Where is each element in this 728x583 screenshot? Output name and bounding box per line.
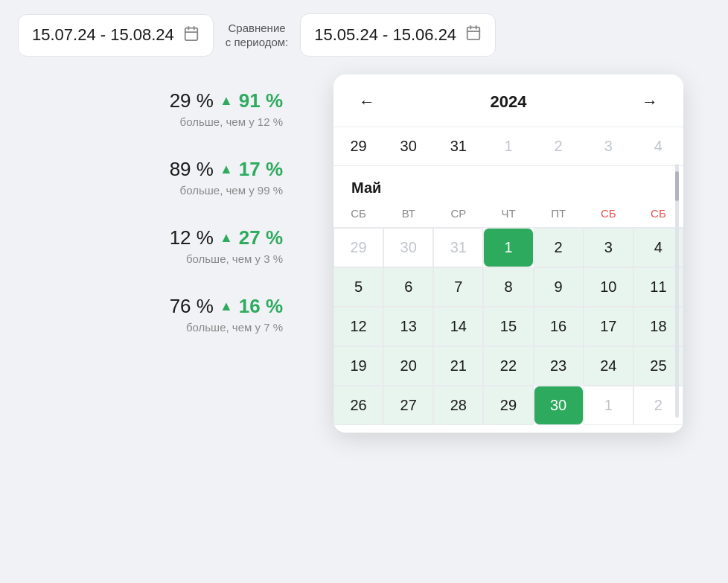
stat-item-1: 89 % ▲ 17 % больше, чем у 99 % (30, 158, 283, 197)
calendar-day[interactable]: 10 (584, 267, 633, 307)
calendar-day[interactable]: 3 (584, 228, 633, 267)
calendar-day[interactable]: 23 (534, 346, 584, 386)
stat-desc-3: больше, чем у 7 % (30, 321, 283, 334)
top-bar: 15.07.24 - 15.08.24 Сравнение с периодом… (0, 0, 728, 70)
week-header-cell: ЧТ (483, 203, 533, 224)
month-label: Май (333, 166, 683, 203)
calendar-day: 30 (383, 228, 433, 267)
calendar-day[interactable]: 13 (383, 307, 433, 346)
calendar-day[interactable]: 1 (483, 228, 533, 267)
calendar-day[interactable]: 14 (433, 307, 483, 346)
stat-main-value-2: 12 % (170, 226, 214, 249)
stat-arrow-2: ▲ (220, 230, 233, 246)
week-header-cell: ВТ (383, 203, 433, 224)
stat-main-value-3: 76 % (170, 295, 214, 318)
calendar-day[interactable]: 24 (584, 346, 633, 386)
stat-item-3: 76 % ▲ 16 % больше, чем у 7 % (30, 295, 283, 334)
calendar-day[interactable]: 6 (383, 267, 433, 307)
stat-desc-0: больше, чем у 12 % (30, 115, 283, 128)
calendar-day[interactable]: 16 (534, 307, 584, 346)
stat-green-value-0: 91 % (239, 89, 283, 112)
prev-month-day: 4 (633, 127, 683, 165)
comparison-label: Сравнение с периодом: (226, 21, 288, 50)
stat-green-value-3: 16 % (239, 295, 283, 318)
calendar-day[interactable]: 5 (333, 267, 383, 307)
calendar-day[interactable]: 29 (483, 386, 533, 425)
primary-calendar-icon (183, 25, 199, 45)
prev-month-button[interactable]: ← (351, 89, 383, 115)
calendar-day[interactable]: 21 (433, 346, 483, 386)
calendar-day[interactable]: 22 (483, 346, 533, 386)
stat-item-0: 29 % ▲ 91 % больше, чем у 12 % (30, 89, 283, 128)
stat-desc-1: больше, чем у 99 % (30, 184, 283, 197)
calendar-day[interactable]: 20 (383, 346, 433, 386)
svg-rect-0 (185, 28, 198, 39)
secondary-calendar-icon (465, 25, 482, 45)
svg-rect-4 (467, 28, 480, 39)
stat-arrow-3: ▲ (220, 299, 233, 314)
calendar-scrollbar[interactable] (675, 164, 679, 418)
week-headers: СБВТСРЧТПТСБСБ (333, 203, 683, 227)
next-month-button[interactable]: → (634, 89, 665, 115)
stat-desc-2: больше, чем у 3 % (30, 252, 283, 265)
calendar-day: 31 (433, 228, 483, 267)
stat-main-value-1: 89 % (170, 158, 214, 181)
week-header-cell: ПТ (534, 203, 584, 224)
week-header-cell: СБ (584, 203, 633, 224)
stat-values-1: 89 % ▲ 17 % (30, 158, 283, 181)
calendar-year: 2024 (491, 92, 527, 112)
stat-values-0: 29 % ▲ 91 % (30, 89, 283, 112)
stat-values-3: 76 % ▲ 16 % (30, 295, 283, 318)
calendar-grid: 2930311234567891011121314151617181920212… (333, 227, 683, 425)
prev-month-day[interactable]: 31 (433, 127, 483, 165)
primary-date-picker[interactable]: 15.07.24 - 15.08.24 (18, 14, 214, 57)
calendar-day: 29 (333, 228, 383, 267)
calendar-day[interactable]: 17 (584, 307, 633, 346)
stat-item-2: 12 % ▲ 27 % больше, чем у 3 % (30, 226, 283, 265)
calendar-day[interactable]: 15 (483, 307, 533, 346)
calendar-day[interactable]: 26 (333, 386, 383, 425)
prev-month-day[interactable]: 30 (383, 127, 433, 165)
calendar-day[interactable]: 9 (534, 267, 584, 307)
stat-main-value-0: 29 % (170, 89, 214, 112)
prev-month-day: 2 (534, 127, 584, 165)
secondary-date-picker[interactable]: 15.05.24 - 15.06.24 (300, 13, 496, 57)
calendar-dropdown: ← 2024 → 2930311234 Май СБВТСРЧТПТСБСБ 2… (333, 74, 683, 433)
calendar-day[interactable]: 7 (433, 267, 483, 307)
calendar-day[interactable]: 8 (483, 267, 533, 307)
calendar-day[interactable]: 19 (333, 346, 383, 386)
stat-arrow-0: ▲ (220, 93, 233, 109)
calendar-day[interactable]: 12 (333, 307, 383, 346)
calendar-nav: ← 2024 → (333, 89, 683, 127)
prev-month-day: 1 (483, 127, 533, 165)
stat-arrow-1: ▲ (220, 162, 233, 177)
calendar-scrollbar-thumb (675, 171, 679, 201)
stats-area: 29 % ▲ 91 % больше, чем у 12 % 89 % ▲ 17… (0, 74, 313, 348)
stat-green-value-2: 27 % (239, 226, 283, 249)
calendar-day[interactable]: 2 (534, 228, 584, 267)
calendar-day[interactable]: 27 (383, 386, 433, 425)
prev-month-day[interactable]: 29 (333, 127, 383, 165)
week-header-cell: СБ (333, 203, 383, 224)
calendar-day[interactable]: 28 (433, 386, 483, 425)
secondary-date-text: 15.05.24 - 15.06.24 (314, 25, 456, 45)
prev-month-overflow-row: 2930311234 (333, 127, 683, 166)
calendar-day[interactable]: 30 (534, 386, 584, 425)
stat-values-2: 12 % ▲ 27 % (30, 226, 283, 249)
prev-month-day: 3 (584, 127, 633, 165)
primary-date-text: 15.07.24 - 15.08.24 (32, 25, 174, 45)
week-header-cell: СР (433, 203, 483, 224)
calendar-day: 1 (584, 386, 633, 425)
stat-green-value-1: 17 % (239, 158, 283, 181)
